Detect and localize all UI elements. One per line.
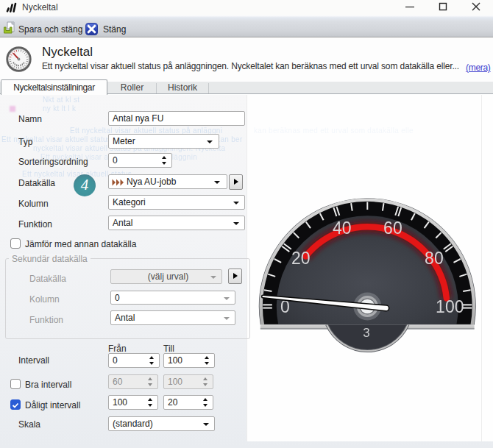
- svg-text:3: 3: [363, 326, 369, 340]
- svg-text:100: 100: [436, 297, 464, 316]
- svg-text:40: 40: [333, 218, 352, 238]
- svg-text:80: 80: [425, 249, 444, 268]
- svg-text:20: 20: [291, 249, 311, 268]
- svg-text:60: 60: [383, 218, 402, 238]
